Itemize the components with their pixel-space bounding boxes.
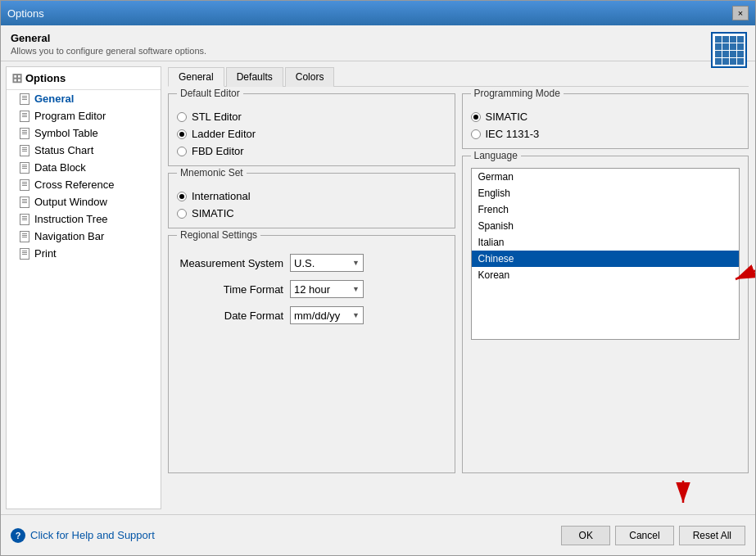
time-format-label: Time Format <box>177 283 283 296</box>
sidebar-label-program-editor: Program Editor <box>34 110 106 122</box>
panels-row: Default Editor STL Editor Ladder Editor <box>168 93 749 473</box>
programming-mode-options: SIMATIC IEC 1131-3 <box>471 111 740 140</box>
sidebar-item-symbol-table[interactable]: Symbol Table <box>7 124 161 142</box>
sidebar-label-instruction-tree: Instruction Tree <box>34 213 108 225</box>
programming-mode-panel: Programming Mode SIMATIC IEC 1131-3 <box>462 93 749 149</box>
title-bar: Options × <box>1 1 755 25</box>
lang-french[interactable]: French <box>472 201 740 218</box>
sidebar-item-instruction-tree[interactable]: Instruction Tree <box>7 210 161 228</box>
sidebar-item-navigation-bar[interactable]: Navigation Bar <box>7 228 161 245</box>
sidebar-item-general[interactable]: General <box>7 90 161 107</box>
sidebar-label-general: General <box>34 93 74 105</box>
help-section[interactable]: ? Click for Help and Support <box>11 528 155 543</box>
mnemonic-set-legend: Mnemonic Set <box>177 167 247 179</box>
radio-iec[interactable]: IEC 1131-3 <box>471 128 740 140</box>
footer-buttons: OK Cancel Reset All <box>561 526 745 545</box>
lang-korean[interactable]: Korean <box>472 267 740 283</box>
window-title: Options <box>7 7 44 20</box>
radio-simatic-mnemonic-label: SIMATIC <box>192 207 234 219</box>
radio-international[interactable]: International <box>177 190 446 202</box>
doc-icon <box>20 145 29 156</box>
radio-fbd[interactable]: FBD Editor <box>177 145 446 157</box>
sidebar-item-program-editor[interactable]: Program Editor <box>7 107 161 124</box>
measurement-select[interactable]: U.S. ▼ <box>290 254 364 272</box>
sidebar-item-data-block[interactable]: Data Block <box>7 159 161 176</box>
tab-defaults[interactable]: Defaults <box>226 67 283 87</box>
sidebar-item-status-chart[interactable]: Status Chart <box>7 142 161 159</box>
help-text: Click for Help and Support <box>30 529 155 541</box>
measurement-value: U.S. <box>294 257 315 269</box>
sidebar-header: ⊞ Options <box>7 67 161 90</box>
radio-circle-fbd <box>177 147 187 156</box>
lang-spanish[interactable]: Spanish <box>472 218 740 234</box>
time-format-value: 12 hour <box>294 283 330 296</box>
tab-bar: General Defaults Colors <box>168 66 749 87</box>
date-format-select[interactable]: mm/dd/yy ▼ <box>290 306 364 324</box>
doc-icon <box>20 231 29 242</box>
radio-ladder[interactable]: Ladder Editor <box>177 128 446 140</box>
header: General Allows you to configure general … <box>1 25 755 61</box>
sidebar-item-print[interactable]: Print <box>7 245 161 262</box>
title-bar-controls: × <box>732 6 749 20</box>
dropdown-arrow-time: ▼ <box>352 285 360 293</box>
date-format-row: Date Format mm/dd/yy ▼ <box>177 306 446 324</box>
doc-icon <box>20 197 29 208</box>
radio-circle-iec <box>471 129 481 139</box>
footer: ? Click for Help and Support OK Cancel R… <box>1 514 755 555</box>
grid-icon <box>715 36 744 65</box>
svg-line-1 <box>736 267 755 279</box>
radio-stl-label: STL Editor <box>192 111 242 123</box>
doc-icon <box>20 111 29 122</box>
mnemonic-set-panel: Mnemonic Set International SIMATIC <box>168 173 455 228</box>
regional-settings-legend: Regional Settings <box>177 229 260 241</box>
sidebar-label-data-block: Data Block <box>34 161 86 174</box>
header-subtitle: Allows you to configure general software… <box>11 46 745 56</box>
radio-iec-label: IEC 1131-3 <box>486 128 540 140</box>
lang-chinese[interactable]: Chinese <box>472 251 740 267</box>
radio-circle-stl <box>177 112 187 122</box>
doc-icon <box>20 162 29 174</box>
main-content: ⊞ Options General Program Editor Symbol … <box>1 61 755 514</box>
ok-button[interactable]: OK <box>561 526 610 545</box>
default-editor-legend: Default Editor <box>177 88 243 99</box>
mnemonic-set-options: International SIMATIC <box>177 190 446 219</box>
radio-circle-simatic-mode <box>471 112 481 122</box>
doc-icon <box>20 179 29 191</box>
time-format-row: Time Format 12 hour ▼ <box>177 280 446 298</box>
measurement-label: Measurement System <box>177 257 283 269</box>
close-button[interactable]: × <box>732 6 749 20</box>
sidebar-label-print: Print <box>34 247 57 260</box>
help-icon: ? <box>11 528 25 543</box>
content-area: General Defaults Colors Default Editor S… <box>161 61 755 514</box>
time-format-select[interactable]: 12 hour ▼ <box>290 280 364 298</box>
sidebar-label-output-window: Output Window <box>34 196 107 208</box>
options-window: Options × General Allows you to configur… <box>0 0 756 556</box>
measurement-row: Measurement System U.S. ▼ <box>177 254 446 272</box>
sidebar-label-navigation-bar: Navigation Bar <box>34 230 104 242</box>
tab-colors[interactable]: Colors <box>285 67 335 87</box>
radio-circle-simatic-mnemonic <box>177 209 187 219</box>
radio-simatic-mnemonic[interactable]: SIMATIC <box>177 207 446 219</box>
lang-english[interactable]: English <box>472 185 740 201</box>
radio-simatic-mode[interactable]: SIMATIC <box>471 111 740 123</box>
dropdown-arrow-date: ▼ <box>352 311 360 319</box>
date-format-label: Date Format <box>177 310 283 322</box>
sidebar-item-output-window[interactable]: Output Window <box>7 193 161 210</box>
reset-all-button[interactable]: Reset All <box>679 526 745 545</box>
tab-general[interactable]: General <box>168 67 224 87</box>
sidebar-label-status-chart: Status Chart <box>34 144 93 156</box>
left-panels: Default Editor STL Editor Ladder Editor <box>168 93 455 473</box>
doc-icon <box>20 93 29 105</box>
doc-icon <box>20 128 29 139</box>
default-editor-panel: Default Editor STL Editor Ladder Editor <box>168 93 455 166</box>
radio-ladder-label: Ladder Editor <box>192 128 256 140</box>
sidebar-item-cross-reference[interactable]: Cross Reference <box>7 176 161 193</box>
lang-german[interactable]: German <box>472 169 740 185</box>
lang-italian[interactable]: Italian <box>472 234 740 251</box>
doc-icon <box>20 248 29 260</box>
cancel-button[interactable]: Cancel <box>615 526 673 545</box>
doc-icon <box>20 214 29 225</box>
radio-stl[interactable]: STL Editor <box>177 111 446 123</box>
regional-settings-panel: Regional Settings Measurement System U.S… <box>168 235 455 473</box>
bottom-arrow-area <box>168 477 749 509</box>
